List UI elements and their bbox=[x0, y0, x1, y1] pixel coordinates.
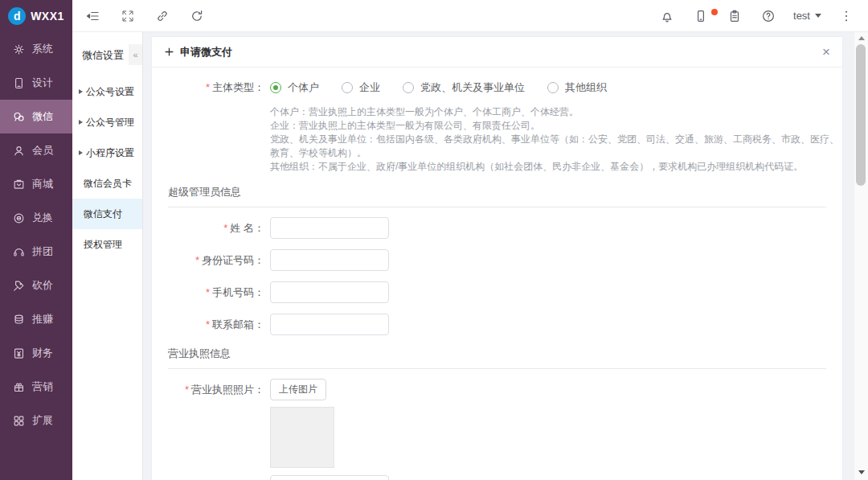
radio-option-label: 党政、机关及事业单位 bbox=[420, 80, 525, 95]
gear-icon bbox=[12, 43, 26, 56]
license-photo-label: *营业执照照片： bbox=[152, 383, 264, 397]
sidebar-item-label: 推赚 bbox=[32, 312, 53, 326]
sidebar-item-label: 扩展 bbox=[32, 413, 53, 428]
sidebar-item-group-buy[interactable]: 拼团 bbox=[0, 235, 72, 269]
submenu-item[interactable]: 小程序设置 bbox=[72, 137, 142, 168]
radio-option[interactable]: 个体户 bbox=[270, 80, 319, 95]
link-icon[interactable] bbox=[151, 5, 174, 27]
mobile-icon[interactable] bbox=[692, 7, 710, 25]
more-vertical-icon[interactable] bbox=[837, 7, 855, 25]
chevron-right-icon bbox=[79, 120, 83, 125]
finance-icon bbox=[12, 347, 26, 360]
sidebar-item-wechat[interactable]: 微信 bbox=[0, 100, 72, 133]
submenu-item[interactable]: 公众号设置 bbox=[72, 76, 142, 107]
main-area: 申请微支付 × *主体类型： 个体户 企业 党政、机关及事业单位 其他组织 个体… bbox=[144, 32, 868, 480]
arrow-up-icon bbox=[858, 33, 865, 40]
form-field-label: *身份证号码： bbox=[152, 253, 264, 268]
secondary-sidebar: 微信设置 « 公众号设置 公众号管理 小程序设置 微信会员卡 微信支付 授权管理 bbox=[72, 32, 143, 480]
marketing-icon bbox=[12, 380, 26, 394]
radio-icon bbox=[403, 82, 414, 93]
radio-option-label: 企业 bbox=[359, 80, 380, 95]
submenu-item[interactable]: 微信支付 bbox=[72, 199, 142, 229]
extension-icon bbox=[12, 414, 26, 428]
panel-title: 申请微支付 bbox=[180, 45, 232, 59]
scrollbar-thumb[interactable] bbox=[856, 44, 866, 186]
sidebar-item-label: 砍价 bbox=[32, 278, 53, 293]
subject-type-descriptions: 个体户：营业执照上的主体类型一般为个体户、个体工商户、个体经营。企业：营业执照上… bbox=[270, 105, 841, 174]
sidebar-item-marketing[interactable]: 营销 bbox=[0, 370, 72, 404]
arrow-down-icon bbox=[858, 470, 865, 478]
email-row: *联系邮箱： bbox=[152, 314, 842, 335]
fullscreen-icon[interactable] bbox=[117, 5, 139, 27]
submenu-title: 微信设置 bbox=[82, 48, 124, 63]
email-input[interactable] bbox=[270, 314, 389, 335]
sidebar-item-extension[interactable]: 扩展 bbox=[0, 404, 72, 437]
sidebar-item-gear[interactable]: 系统 bbox=[0, 32, 72, 66]
sidebar-item-label: 系统 bbox=[32, 42, 53, 56]
submenu-item-label: 微信支付 bbox=[84, 207, 122, 221]
member-icon bbox=[12, 144, 26, 158]
radio-option-label: 个体户 bbox=[288, 80, 319, 95]
description-line: 其他组织：不属于企业、政府/事业单位的组织机构（如社会团体、民办非企业、基金会）… bbox=[270, 160, 841, 174]
plus-icon bbox=[164, 47, 174, 57]
form-field-label: *手机号码： bbox=[152, 285, 264, 300]
subject-type-row: *主体类型： 个体户 企业 党政、机关及事业单位 其他组织 bbox=[152, 80, 842, 95]
description-line: 企业：营业执照上的主体类型一般为有限公司、有限责任公司。 bbox=[270, 119, 841, 133]
upload-image-button[interactable]: 上传图片 bbox=[270, 379, 326, 400]
sidebar-item-member[interactable]: 会员 bbox=[0, 133, 72, 167]
required-mark: * bbox=[185, 384, 189, 396]
user-dropdown[interactable]: test bbox=[793, 10, 821, 22]
radio-icon bbox=[342, 82, 353, 93]
submenu-item-label: 微信会员卡 bbox=[84, 177, 132, 191]
registration-number-label: *注册号/统一社会信用 bbox=[152, 475, 264, 480]
submenu-item[interactable]: 公众号管理 bbox=[72, 107, 142, 137]
name-input[interactable] bbox=[270, 217, 389, 239]
sidebar-item-design[interactable]: 设计 bbox=[0, 66, 72, 100]
group-buy-icon bbox=[12, 245, 26, 259]
primary-sidebar: 系统 设计 微信 会员 商城 兑换 拼团 砍价 推赚 财务 营销 扩展 bbox=[0, 32, 72, 480]
name-row: *姓 名： bbox=[152, 217, 842, 239]
submenu-item[interactable]: 微信会员卡 bbox=[72, 168, 142, 199]
sidebar-item-label: 微信 bbox=[32, 109, 53, 124]
sidebar-item-label: 设计 bbox=[32, 76, 53, 90]
submenu-item-label: 公众号设置 bbox=[86, 85, 134, 99]
apply-wepay-panel: 申请微支付 × *主体类型： 个体户 企业 党政、机关及事业单位 其他组织 个体… bbox=[151, 36, 843, 480]
chevron-down-icon bbox=[815, 14, 821, 21]
sidebar-item-label: 商城 bbox=[32, 177, 53, 191]
id-number-input[interactable] bbox=[270, 249, 389, 271]
sidebar-item-promote[interactable]: 推赚 bbox=[0, 302, 72, 336]
license-section-title: 营业执照信息 bbox=[168, 347, 826, 369]
radio-option[interactable]: 其他组织 bbox=[547, 80, 607, 95]
radio-option[interactable]: 企业 bbox=[342, 80, 380, 95]
bell-icon[interactable] bbox=[658, 7, 676, 25]
sidebar-item-label: 兑换 bbox=[32, 211, 53, 225]
help-icon[interactable] bbox=[760, 7, 777, 25]
collapse-sidebar-button[interactable]: « bbox=[129, 44, 142, 65]
submenu-item[interactable]: 授权管理 bbox=[72, 229, 142, 260]
clipboard-icon[interactable] bbox=[726, 7, 743, 25]
submenu-item-label: 小程序设置 bbox=[86, 146, 134, 160]
radio-option-label: 其他组织 bbox=[565, 80, 607, 95]
sidebar-item-label: 会员 bbox=[32, 143, 53, 158]
sidebar-item-mall[interactable]: 商城 bbox=[0, 167, 72, 201]
scroll-down-arrow[interactable] bbox=[854, 466, 868, 478]
required-mark: * bbox=[206, 81, 210, 93]
sidebar-item-bargain[interactable]: 砍价 bbox=[0, 269, 72, 302]
close-icon[interactable]: × bbox=[822, 45, 830, 59]
phone-input[interactable] bbox=[270, 281, 389, 303]
wechat-icon bbox=[12, 110, 26, 124]
sidebar-item-exchange[interactable]: 兑换 bbox=[0, 201, 72, 235]
subject-type-radio-group: 个体户 企业 党政、机关及事业单位 其他组织 bbox=[270, 80, 629, 95]
refresh-icon[interactable] bbox=[186, 5, 208, 27]
sidebar-item-label: 拼团 bbox=[32, 244, 53, 259]
radio-option[interactable]: 党政、机关及事业单位 bbox=[403, 80, 525, 95]
app-logo[interactable]: d WXX1 bbox=[0, 0, 72, 32]
chevron-right-icon bbox=[79, 150, 83, 155]
scroll-up-arrow[interactable] bbox=[854, 32, 868, 44]
topbar: d WXX1 test bbox=[0, 0, 868, 32]
bargain-icon bbox=[12, 279, 26, 293]
collapse-menu-icon[interactable] bbox=[82, 5, 104, 27]
registration-number-input[interactable] bbox=[270, 475, 389, 480]
radio-icon bbox=[270, 82, 281, 93]
sidebar-item-finance[interactable]: 财务 bbox=[0, 336, 72, 370]
